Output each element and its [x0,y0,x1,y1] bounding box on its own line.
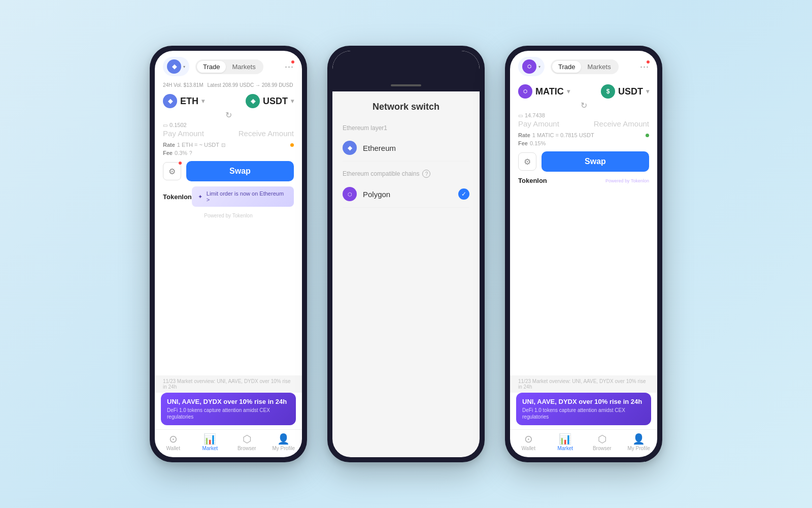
refresh-icon-1[interactable]: ↻ [225,110,232,120]
check-icon: ✓ [458,188,469,200]
profile-label-1: My Profile [273,446,295,451]
nav-wallet-3[interactable]: ⊙ Wallet [510,434,547,451]
bottom-nav-1: ⊙ Wallet 📊 Market ⬡ Browser 👤 My Profile [155,429,302,457]
chevron-1: ▾ [183,65,185,69]
matic-logo-3: ⬡ [522,59,536,74]
amount-row-3: Pay Amount Receive Amount [518,119,649,128]
profile-icon-1: 👤 [277,434,290,444]
news-title-1: UNI, AAVE, DYDX over 10% rise in 24h [167,398,290,405]
polygon-name: Polygon [363,190,390,199]
receive-amount-label-1[interactable]: Receive Amount [232,129,294,138]
sparkle-icon-1: ✦ [198,194,202,200]
ticker-bar-1: 24H Vol. $13.81M Latest 208.99 USDC → 20… [155,80,302,90]
tab-trade-1[interactable]: Trade [197,61,226,73]
pay-amount-label-3[interactable]: Pay Amount [518,119,580,128]
news-card-1[interactable]: UNI, AAVE, DYDX over 10% rise in 24h DeF… [161,393,296,425]
pay-amount-label-1[interactable]: Pay Amount [163,129,224,138]
balance-row-3: ▭ 14.7438 [518,112,649,118]
browser-icon-3: ⬡ [598,434,606,444]
action-row-3: ⚙ Swap [518,151,649,172]
browser-label-1: Browser [238,446,256,451]
nav-profile-3[interactable]: 👤 My Profile [621,434,658,451]
market-label-3: Market [557,446,573,451]
more-btn-3[interactable]: ··· [640,61,649,72]
from-token-btn-1[interactable]: ◆ ETH ▾ [163,94,205,108]
fee-value-1: 0.3% [175,150,187,156]
from-chevron-1: ▾ [201,98,205,105]
limit-banner-1[interactable]: ✦ Limit order is now on Ethereum > [192,186,294,207]
tokenlon-row-3: Tokenlon Powered by Tokenlon [518,177,649,184]
from-token-label-3: MATIC [535,86,564,97]
nav-browser-1[interactable]: ⬡ Browser [228,434,265,451]
eth-token-icon-1: ◆ [163,94,177,108]
nav-tabs-1: Trade Markets [195,59,263,74]
to-chevron-3: ▾ [646,88,649,95]
settings-btn-1[interactable]: ⚙ [163,162,181,180]
market-label-1: Market [202,446,218,451]
compat-help-icon[interactable]: ? [422,170,430,178]
phone-dark-top [332,51,480,91]
phone-1: ◆ ▾ Trade Markets ··· 24H Vol. $13.81M L… [150,46,307,462]
balance-value-1: 0.1502 [170,122,187,128]
fee-row-3: Fee 0.15% [518,140,649,146]
news-ticker-1: 11/23 Market overview: UNI, AAVE, DYDX o… [155,375,302,393]
profile-label-3: My Profile [628,446,650,451]
refresh-icon-3[interactable]: ↻ [581,101,587,110]
polygon-network-item[interactable]: ⬡ Polygon ✓ [343,181,469,208]
from-token-btn-3[interactable]: ⬡ MATIC ▾ [518,84,570,99]
swap-btn-1[interactable]: Swap [186,161,294,181]
network-selector-1[interactable]: ◆ ▾ [163,57,189,76]
matic-token-icon-3: ⬡ [518,84,532,99]
swap-btn-3[interactable]: Swap [542,151,649,172]
swap-area-3: ⬡ MATIC ▾ $ USDT ▾ ↻ ▭ 14.7438 Pay Amoun… [510,80,657,375]
phone-3: ⬡ ▾ Trade Markets ··· ⬡ MATIC ▾ $ [505,46,662,462]
nav-browser-3[interactable]: ⬡ Browser [584,434,621,451]
nav-tabs-3: Trade Markets [551,59,619,74]
phone-2: Network switch Ethereum layer1 ◆ Ethereu… [327,46,485,462]
to-token-btn-3[interactable]: $ USDT ▾ [601,84,649,99]
nav-profile-1[interactable]: 👤 My Profile [265,434,302,451]
fee-label-3: Fee [518,140,528,146]
wallet-icon-3: ⊙ [524,434,533,444]
from-token-label-1: ETH [180,96,198,107]
layer1-label: Ethereum layer1 [343,120,469,135]
balance-row-1: ▭ 0.1502 [163,122,294,128]
tab-markets-3[interactable]: Markets [581,61,617,73]
chevron-3: ▾ [538,65,540,69]
tokenlon-label-1: Tokenlon [163,193,192,201]
nav-market-1[interactable]: 📊 Market [192,434,229,451]
latest-text-1: Latest 208.99 USDC → 208.99 DUSD [208,82,293,88]
tab-trade-3[interactable]: Trade [552,61,581,73]
eth-logo-1: ◆ [167,59,181,74]
nav-wallet-1[interactable]: ⊙ Wallet [155,434,192,451]
powered-by-1: Powered by Tokenlon [163,211,294,220]
rate-label-1: Rate [163,142,175,148]
news-card-3[interactable]: UNI, AAVE, DYDX over 10% rise in 24h DeF… [516,393,651,425]
network-selector-3[interactable]: ⬡ ▾ [518,57,545,76]
settings-btn-3[interactable]: ⚙ [518,152,536,171]
from-chevron-3: ▾ [567,88,570,95]
usdt-token-icon-1: ◈ [246,94,260,108]
compat-section-header: Ethereum compatible chains ? [343,162,469,181]
wallet-icon-1: ⊙ [169,434,178,444]
fee-row-1: Fee 0.3% ? [163,150,294,156]
profile-icon-3: 👤 [632,434,645,444]
more-btn-1[interactable]: ··· [285,61,294,72]
ethereum-net-icon: ◆ [343,141,357,155]
limit-text-1: Limit order is now on Ethereum > [207,190,288,203]
rate-row-1: Rate 1 ETH = ~ USDT ⊡ [163,142,294,148]
browser-label-3: Browser [593,446,612,451]
network-switch-title: Network switch [343,91,469,120]
info-icon-1: ⊡ [221,142,225,148]
rate-label-3: Rate [518,132,530,138]
swap-area-1: ◆ ETH ▾ ◈ USDT ▾ ↻ ▭ 0.1502 Pay Amount [155,90,302,375]
polygon-net-icon: ⬡ [343,187,357,201]
wallet-label-3: Wallet [522,446,535,451]
fee-help-1: ? [189,150,192,156]
app-header-3: ⬡ ▾ Trade Markets ··· [510,51,657,80]
ethereum-network-item[interactable]: ◆ Ethereum [343,135,469,162]
receive-amount-label-3[interactable]: Receive Amount [588,119,649,128]
to-token-btn-1[interactable]: ◈ USDT ▾ [246,94,294,108]
nav-market-3[interactable]: 📊 Market [547,434,584,451]
tab-markets-1[interactable]: Markets [226,61,261,73]
